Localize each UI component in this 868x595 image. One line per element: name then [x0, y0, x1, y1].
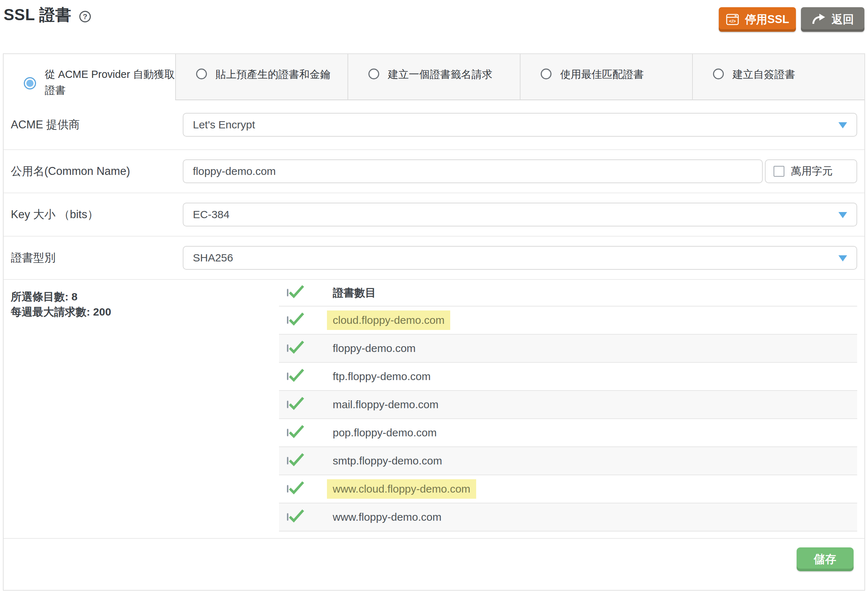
acme-provider-row: ACME 提供商 Let's Encrypt [4, 100, 864, 150]
row-checkbox[interactable] [287, 344, 288, 352]
row-checkbox-cell [279, 317, 333, 323]
row-checkbox[interactable] [287, 316, 288, 324]
svg-text:</>: </> [729, 18, 736, 24]
tab-create-csr[interactable]: 建立一個證書籤名請求 [347, 54, 520, 100]
table-row[interactable]: smtp.floppy-demo.com [279, 447, 857, 475]
title-row: SSL 證書 ? [4, 4, 91, 26]
row-checkbox-cell [279, 373, 333, 380]
key-size-field: EC-384 [183, 203, 857, 226]
disable-ssl-label: 停用SSL [745, 12, 789, 27]
ssl-settings-panel: 從 ACME Provider 自動獲取證書 貼上預產生的證書和金鑰 建立一個證… [3, 53, 865, 591]
tab-label: 從 ACME Provider 自動獲取證書 [45, 67, 175, 98]
acme-provider-value: Let's Encrypt [193, 118, 255, 131]
page-header: SSL 證書 ? </> 停用SSL 返回 [0, 0, 868, 53]
table-row[interactable]: www.cloud.floppy-demo.com [279, 475, 857, 503]
row-checkbox-cell [279, 486, 333, 492]
key-size-row: Key 大小 （bits） EC-384 [4, 193, 864, 237]
chevron-down-icon [838, 212, 847, 218]
domain-name-highlighted: www.cloud.floppy-demo.com [327, 479, 476, 499]
selected-count: 所選條目數: 8 [11, 289, 279, 304]
header-checkbox-cell [279, 290, 333, 296]
table-row[interactable]: ftp.floppy-demo.com [279, 363, 857, 391]
certificate-list-section: 所選條目數: 8 每週最大請求數: 200 證書數目 cloud.floppy [4, 280, 864, 539]
chevron-down-icon [838, 122, 847, 128]
table-row[interactable]: www.floppy-demo.com [279, 503, 857, 531]
table-row[interactable]: floppy-demo.com [279, 335, 857, 363]
panel-footer: 儲存 [4, 539, 864, 590]
domain-name: floppy-demo.com [333, 342, 416, 354]
page-title: SSL 證書 [4, 4, 71, 26]
code-window-icon: </> [726, 13, 739, 26]
acme-provider-field: Let's Encrypt [183, 113, 857, 137]
domain-name: mail.floppy-demo.com [333, 398, 438, 411]
selection-summary: 所選條目數: 8 每週最大請求數: 200 [11, 280, 279, 538]
row-checkbox[interactable] [287, 429, 288, 436]
key-size-select[interactable]: EC-384 [183, 203, 857, 226]
tab-label: 使用最佳匹配證書 [560, 67, 644, 82]
tab-label: 建立自簽證書 [732, 67, 795, 82]
row-checkbox-cell [279, 345, 333, 352]
cert-type-select[interactable]: SHA256 [183, 246, 857, 270]
cert-type-value: SHA256 [193, 252, 233, 264]
common-name-input[interactable]: floppy-demo.com [183, 159, 763, 183]
domain-name: www.floppy-demo.com [333, 511, 441, 523]
tab-self-signed[interactable]: 建立自簽證書 [692, 54, 864, 100]
row-checkbox-cell [279, 457, 333, 464]
radio-selected-icon [24, 77, 36, 89]
back-button[interactable]: 返回 [801, 7, 864, 32]
certificate-table: 證書數目 cloud.floppy-demo.com floppy-demo.c… [279, 280, 857, 531]
radio-icon [368, 68, 379, 79]
table-header-row: 證書數目 [279, 280, 857, 306]
tab-acme-auto[interactable]: 從 ACME Provider 自動獲取證書 [4, 54, 175, 100]
tab-label: 建立一個證書籤名請求 [388, 67, 492, 82]
common-name-row: 公用名(Common Name) floppy-demo.com 萬用字元 [4, 150, 864, 193]
row-checkbox[interactable] [287, 485, 288, 493]
wildcard-label: 萬用字元 [791, 164, 833, 179]
common-name-field: floppy-demo.com 萬用字元 [183, 159, 857, 183]
table-row[interactable]: cloud.floppy-demo.com [279, 306, 857, 335]
row-checkbox-cell [279, 429, 333, 436]
key-size-label: Key 大小 （bits） [11, 207, 183, 222]
common-name-value: floppy-demo.com [193, 165, 276, 178]
certificate-mode-tabs: 從 ACME Provider 自動獲取證書 貼上預產生的證書和金鑰 建立一個證… [4, 54, 864, 100]
radio-icon [713, 68, 724, 79]
row-checkbox[interactable] [287, 513, 288, 521]
save-button[interactable]: 儲存 [797, 548, 853, 571]
row-checkbox-cell [279, 514, 333, 520]
tab-label: 貼上預產生的證書和金鑰 [216, 67, 331, 82]
row-checkbox[interactable] [287, 373, 288, 380]
table-row[interactable]: mail.floppy-demo.com [279, 391, 857, 419]
tab-best-match[interactable]: 使用最佳匹配證書 [520, 54, 692, 100]
domain-name-highlighted: cloud.floppy-demo.com [327, 311, 450, 330]
radio-icon [196, 68, 207, 79]
radio-icon [541, 68, 552, 79]
tab-paste-cert[interactable]: 貼上預產生的證書和金鑰 [175, 54, 347, 100]
common-name-label: 公用名(Common Name) [11, 164, 183, 179]
row-checkbox[interactable] [287, 457, 288, 465]
chevron-down-icon [838, 255, 847, 262]
cert-type-row: 證書型別 SHA256 [4, 237, 864, 280]
back-label: 返回 [832, 12, 854, 27]
acme-provider-label: ACME 提供商 [11, 117, 183, 132]
max-requests: 每週最大請求數: 200 [11, 304, 279, 320]
help-icon[interactable]: ? [79, 11, 91, 22]
row-checkbox[interactable] [287, 401, 288, 408]
key-size-value: EC-384 [193, 209, 230, 221]
acme-provider-select[interactable]: Let's Encrypt [183, 113, 857, 137]
header-buttons: </> 停用SSL 返回 [719, 7, 864, 32]
disable-ssl-button[interactable]: </> 停用SSL [719, 7, 796, 32]
cert-type-field: SHA256 [183, 246, 857, 270]
row-checkbox-cell [279, 401, 333, 408]
wildcard-checkbox[interactable] [774, 166, 784, 177]
domain-name: pop.floppy-demo.com [333, 426, 437, 439]
cert-type-label: 證書型別 [11, 250, 183, 265]
table-row[interactable]: pop.floppy-demo.com [279, 419, 857, 447]
select-all-checkbox[interactable] [287, 289, 288, 296]
domain-name: smtp.floppy-demo.com [333, 455, 442, 467]
forward-arrow-icon [811, 13, 826, 26]
domain-name: ftp.floppy-demo.com [333, 370, 431, 383]
wildcard-option: 萬用字元 [765, 159, 857, 183]
table-column-title: 證書數目 [333, 286, 376, 300]
